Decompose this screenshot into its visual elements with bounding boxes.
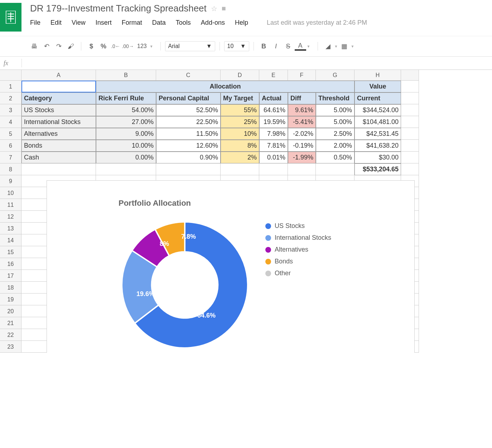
col-header[interactable]: G bbox=[316, 70, 354, 81]
cell-threshold[interactable]: 0.50% bbox=[316, 152, 354, 163]
cell-threshold[interactable]: 2.50% bbox=[316, 128, 354, 140]
cell-category[interactable]: US Stocks bbox=[21, 104, 96, 116]
cell-category[interactable]: International Stocks bbox=[21, 116, 96, 128]
cell-personal-capital[interactable]: 0.90% bbox=[156, 152, 221, 163]
menu-data[interactable]: Data bbox=[152, 19, 166, 27]
cell-actual[interactable]: 7.98% bbox=[259, 128, 288, 140]
menu-add-ons[interactable]: Add-ons bbox=[201, 19, 225, 27]
row-header[interactable]: 17 bbox=[0, 270, 21, 282]
header-my-target[interactable]: My Target bbox=[221, 92, 259, 104]
header-diff[interactable]: Diff bbox=[288, 92, 316, 104]
row-header[interactable]: 7 bbox=[0, 152, 21, 163]
cell[interactable] bbox=[401, 128, 419, 140]
row-header[interactable]: 3 bbox=[0, 104, 21, 116]
cell-threshold[interactable]: 5.00% bbox=[316, 104, 354, 116]
cell-diff[interactable]: -1.99% bbox=[288, 152, 316, 163]
paint-format-icon[interactable]: 🖌 bbox=[65, 40, 77, 52]
header-value[interactable]: Value bbox=[354, 81, 401, 92]
cell-my-target[interactable]: 25% bbox=[221, 116, 259, 128]
row-header[interactable]: 11 bbox=[0, 199, 21, 211]
cell[interactable] bbox=[21, 163, 96, 175]
star-icon[interactable]: ☆ bbox=[211, 4, 217, 13]
row-header[interactable]: 8 bbox=[0, 163, 21, 175]
row-header[interactable]: 21 bbox=[0, 317, 21, 329]
cell-current[interactable]: $104,481.00 bbox=[354, 116, 401, 128]
cell-current[interactable]: $30.00 bbox=[354, 152, 401, 163]
cell-threshold[interactable]: 5.00% bbox=[316, 116, 354, 128]
text-color-icon[interactable]: A bbox=[295, 42, 306, 51]
fill-color-icon[interactable]: ◢ bbox=[322, 40, 334, 52]
folder-icon[interactable]: ■ bbox=[222, 4, 226, 13]
cell[interactable] bbox=[401, 140, 419, 152]
cell-current[interactable]: $42,531.45 bbox=[354, 128, 401, 140]
borders-icon[interactable]: ▦ bbox=[338, 40, 350, 52]
cell-diff[interactable]: -5.41% bbox=[288, 116, 316, 128]
cell-rick-ferri[interactable]: 54.00% bbox=[96, 104, 156, 116]
row-header[interactable]: 12 bbox=[0, 211, 21, 223]
cell[interactable] bbox=[316, 163, 354, 175]
cell-category[interactable]: Alternatives bbox=[21, 128, 96, 140]
font-size-select[interactable]: 10▼ bbox=[224, 41, 249, 51]
row-header[interactable]: 18 bbox=[0, 282, 21, 294]
menu-tools[interactable]: Tools bbox=[176, 19, 191, 27]
cell[interactable] bbox=[401, 152, 419, 163]
font-select[interactable]: Arial▼ bbox=[165, 41, 215, 51]
cell-rick-ferri[interactable]: 10.00% bbox=[96, 140, 156, 152]
row-header[interactable]: 14 bbox=[0, 234, 21, 246]
cell-actual[interactable]: 64.61% bbox=[259, 104, 288, 116]
header-current[interactable]: Current bbox=[354, 92, 401, 104]
cell-my-target[interactable]: 55% bbox=[221, 104, 259, 116]
cell-category[interactable]: Cash bbox=[21, 152, 96, 163]
cell-total[interactable]: $533,204.65 bbox=[354, 163, 401, 175]
cell-personal-capital[interactable]: 22.50% bbox=[156, 116, 221, 128]
header-allocation[interactable]: Allocation bbox=[96, 81, 354, 92]
row-header[interactable]: 23 bbox=[0, 341, 21, 353]
chart-portfolio-allocation[interactable]: Portfolio Allocation64.6%19.6%8%7.8%US S… bbox=[47, 180, 415, 353]
row-header[interactable]: 2 bbox=[0, 92, 21, 104]
cell-rick-ferri[interactable]: 0.00% bbox=[96, 152, 156, 163]
cell-diff[interactable]: -0.19% bbox=[288, 140, 316, 152]
col-header[interactable]: A bbox=[21, 70, 96, 81]
italic-icon[interactable]: I bbox=[270, 40, 282, 52]
cell[interactable] bbox=[259, 163, 288, 175]
print-icon[interactable]: 🖶 bbox=[29, 40, 40, 52]
cell-personal-capital[interactable]: 11.50% bbox=[156, 128, 221, 140]
header-category[interactable]: Category bbox=[21, 92, 96, 104]
menu-insert[interactable]: Insert bbox=[96, 19, 112, 27]
cell-personal-capital[interactable]: 52.50% bbox=[156, 104, 221, 116]
col-header[interactable]: E bbox=[259, 70, 288, 81]
formula-input[interactable] bbox=[21, 59, 488, 67]
menu-view[interactable]: View bbox=[72, 19, 86, 27]
header-actual[interactable]: Actual bbox=[259, 92, 288, 104]
cell-actual[interactable]: 19.59% bbox=[259, 116, 288, 128]
strikethrough-icon[interactable]: S bbox=[283, 40, 294, 52]
header-rick-ferri-rule[interactable]: Rick Ferri Rule bbox=[96, 92, 156, 104]
cell-my-target[interactable]: 2% bbox=[221, 152, 259, 163]
cell[interactable] bbox=[221, 163, 259, 175]
col-header[interactable]: F bbox=[288, 70, 316, 81]
redo-icon[interactable]: ↷ bbox=[53, 40, 64, 52]
select-all-corner[interactable] bbox=[0, 70, 21, 81]
header-threshold[interactable]: Threshold bbox=[316, 92, 354, 104]
decrease-decimal-icon[interactable]: .0← bbox=[110, 40, 121, 52]
row-header[interactable]: 1 bbox=[0, 81, 21, 92]
menu-file[interactable]: File bbox=[30, 19, 40, 27]
col-header[interactable]: H bbox=[354, 70, 401, 81]
cell-my-target[interactable]: 10% bbox=[221, 128, 259, 140]
header-personal-capital[interactable]: Personal Capital bbox=[156, 92, 221, 104]
cell[interactable] bbox=[401, 163, 419, 175]
cell-category[interactable]: Bonds bbox=[21, 140, 96, 152]
cell-personal-capital[interactable]: 12.60% bbox=[156, 140, 221, 152]
bold-icon[interactable]: B bbox=[258, 40, 270, 52]
col-header[interactable] bbox=[401, 70, 419, 81]
row-header[interactable]: 22 bbox=[0, 329, 21, 341]
cell-rick-ferri[interactable]: 9.00% bbox=[96, 128, 156, 140]
cell-threshold[interactable]: 2.00% bbox=[316, 140, 354, 152]
percent-icon[interactable]: % bbox=[98, 40, 109, 52]
cell-current[interactable]: $344,524.00 bbox=[354, 104, 401, 116]
undo-icon[interactable]: ↶ bbox=[41, 40, 52, 52]
cell-actual[interactable]: 0.01% bbox=[259, 152, 288, 163]
increase-decimal-icon[interactable]: .00→ bbox=[122, 40, 134, 52]
cell[interactable] bbox=[401, 81, 419, 92]
row-header[interactable]: 15 bbox=[0, 246, 21, 258]
